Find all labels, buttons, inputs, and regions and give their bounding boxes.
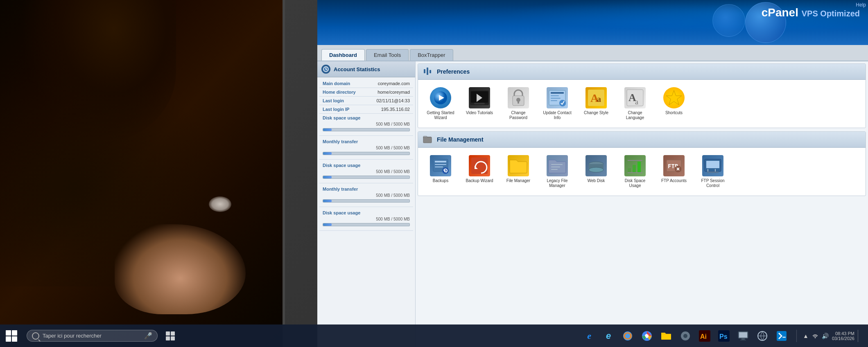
- file-management-header: File Management: [418, 132, 866, 148]
- web-disk-icon: [585, 155, 607, 176]
- search-bar[interactable]: Taper ici pour rechercher 🎤: [27, 330, 158, 342]
- stat-label-main-domain: Main domain: [323, 81, 378, 86]
- svg-rect-31: [435, 164, 446, 165]
- icon-item-getting-started[interactable]: Getting Started Wizard: [422, 84, 459, 124]
- svg-rect-28: [423, 137, 432, 143]
- disk-space-usage-label: Disk Space Usage: [619, 178, 651, 188]
- svg-point-60: [645, 334, 649, 338]
- account-stats-header: Account Statistics: [317, 61, 415, 77]
- web-disk-label: Web Disk: [588, 178, 605, 183]
- stat-value-disk-3: 500 MB / 5000 MB: [319, 217, 413, 222]
- clock-area[interactable]: 08:43 PM 03/16/2026: [832, 331, 854, 341]
- search-mic-icon[interactable]: 🎤: [144, 332, 152, 340]
- backups-icon: [430, 155, 451, 176]
- nav-tabs: Dashboard Email Tools BoxTrapper: [317, 45, 868, 61]
- cpanel-brand: cPanel: [762, 6, 798, 19]
- icon-item-shortcuts[interactable]: Shortcuts: [656, 84, 692, 124]
- icon-item-ftp-accounts[interactable]: FTP FTP Accounts: [656, 152, 692, 192]
- svg-rect-44: [633, 165, 636, 173]
- icon-item-legacy-file-manager[interactable]: Legacy File Manager: [539, 152, 576, 192]
- stat-row-last-login-ip: Last login IP 195.35.116.02: [319, 105, 413, 114]
- stat-value-last-login-ip: 195.35.116.02: [381, 107, 410, 112]
- preferences-title: Preferences: [437, 68, 470, 75]
- edge-button[interactable]: e: [600, 327, 617, 345]
- stat-value-home-dir: home/coreymad: [377, 90, 410, 95]
- video-tutorials-icon: [469, 87, 490, 108]
- tray-icon-network[interactable]: [812, 332, 818, 340]
- backup-wizard-label: Backup Wizard: [466, 178, 493, 183]
- file-management-title: File Management: [437, 136, 484, 143]
- legacy-file-manager-label: Legacy File Manager: [541, 178, 574, 188]
- stat-value-transfer-2: 500 MB / 5000 MB: [319, 193, 413, 198]
- firefox-button[interactable]: [619, 327, 636, 345]
- adobe-illustrator-button[interactable]: Ai: [696, 327, 713, 345]
- change-style-label: Change Style: [584, 110, 608, 115]
- show-desktop-button[interactable]: [858, 330, 862, 342]
- network-button[interactable]: [754, 327, 771, 345]
- clock-date: 03/16/2026: [832, 336, 854, 341]
- start-button[interactable]: [0, 324, 23, 347]
- file-manager-icon: [508, 155, 529, 176]
- svg-rect-39: [551, 169, 558, 170]
- icon-item-backups[interactable]: Backups: [422, 152, 459, 192]
- svg-rect-16: [551, 92, 564, 94]
- backup-wizard-icon: [469, 155, 490, 176]
- svg-text:Ai: Ai: [700, 333, 707, 340]
- stat-value-disk-1: 500 MB / 5000 MB: [319, 122, 413, 127]
- tray-icon-1[interactable]: ▲: [803, 333, 809, 339]
- stat-value-main-domain: coreymade.com: [378, 81, 410, 86]
- clock-time: 08:43 PM: [832, 331, 854, 336]
- icon-item-change-language[interactable]: A a Change Language: [617, 84, 653, 124]
- progress-transfer-1: [319, 151, 413, 158]
- svg-rect-46: [628, 160, 642, 161]
- svg-text:a: a: [597, 95, 601, 104]
- stat-row-disk-1: Disk space usage: [319, 114, 413, 122]
- photo-background: [0, 0, 319, 347]
- icon-item-video-tutorials[interactable]: Video Tutorials: [461, 84, 498, 124]
- chrome-button[interactable]: [638, 327, 656, 345]
- tab-boxtrapper[interactable]: BoxTrapper: [410, 49, 453, 61]
- icon-item-backup-wizard[interactable]: Backup Wizard: [461, 152, 498, 192]
- network-icon: [757, 330, 768, 342]
- task-view-button[interactable]: [162, 327, 179, 345]
- tray-icon-volume[interactable]: 🔊: [822, 333, 829, 339]
- monitor-button[interactable]: [735, 327, 752, 345]
- stat-label-transfer-1: Monthly transfer: [323, 139, 410, 144]
- adobe-photoshop-button[interactable]: Ps: [715, 327, 732, 345]
- left-panel: Account Statistics Main domain coreymade…: [317, 61, 416, 347]
- main-content: Account Statistics Main domain coreymade…: [317, 61, 868, 347]
- legacy-file-manager-icon: [547, 155, 568, 176]
- unknown-button-1[interactable]: [677, 327, 694, 345]
- svg-rect-45: [637, 162, 641, 173]
- cpanel-brand-suffix: VPS Optimized: [802, 9, 860, 18]
- stat-label-home-dir: Home directory: [323, 90, 377, 95]
- svg-rect-38: [551, 167, 560, 167]
- help-link[interactable]: Help: [856, 2, 866, 8]
- settings-icon: [680, 330, 691, 342]
- vscode-button[interactable]: [773, 327, 790, 345]
- svg-rect-4: [427, 68, 428, 75]
- stat-row-disk-3: Disk space usage: [319, 209, 413, 217]
- icon-item-disk-space-usage[interactable]: Disk Space Usage: [617, 152, 653, 192]
- stat-row-disk-2: Disk space usage: [319, 161, 413, 169]
- adobe-ai-icon: Ai: [698, 329, 711, 342]
- internet-explorer-button[interactable]: e: [581, 327, 598, 345]
- ftp-accounts-icon: FTP: [663, 155, 685, 176]
- shortcuts-icon: [663, 87, 685, 108]
- icon-item-file-manager[interactable]: File Manager: [500, 152, 537, 192]
- video-tutorials-label: Video Tutorials: [466, 110, 493, 115]
- preferences-icon: [423, 67, 433, 77]
- svg-text:Ps: Ps: [719, 333, 728, 340]
- tab-dashboard[interactable]: Dashboard: [321, 49, 365, 61]
- icon-item-web-disk[interactable]: Web Disk: [578, 152, 615, 192]
- file-explorer-button[interactable]: [658, 327, 675, 345]
- icon-item-ftp-session-control[interactable]: FTP Session Control: [694, 152, 731, 192]
- svg-rect-74: [782, 337, 786, 338]
- icon-item-change-style[interactable]: A a Change Style: [578, 84, 615, 124]
- backups-label: Backups: [433, 178, 448, 183]
- svg-line-2: [326, 69, 327, 70]
- icon-item-change-password[interactable]: Change Password: [500, 84, 537, 124]
- svg-rect-37: [551, 164, 563, 165]
- icon-item-update-contact[interactable]: Update Contact Info: [539, 84, 576, 124]
- tab-email-tools[interactable]: Email Tools: [366, 49, 409, 61]
